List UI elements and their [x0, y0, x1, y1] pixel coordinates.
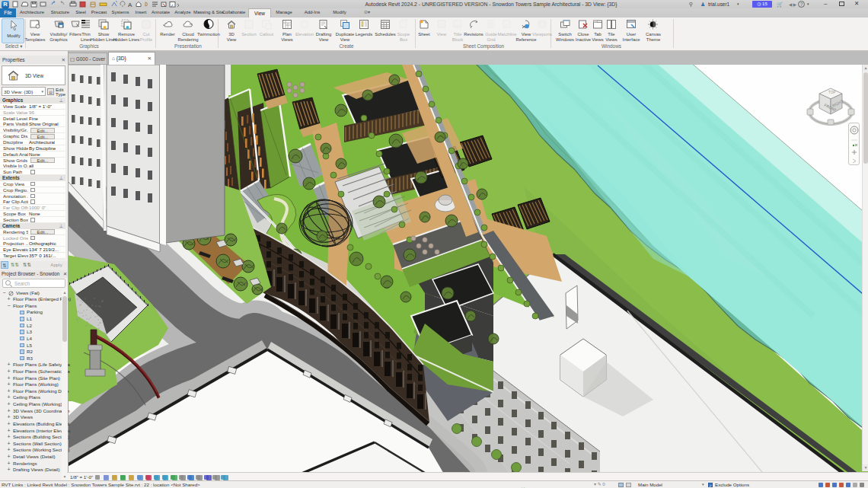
svg-text:A: A	[128, 2, 132, 8]
svg-text:TOP: TOP	[828, 91, 835, 94]
